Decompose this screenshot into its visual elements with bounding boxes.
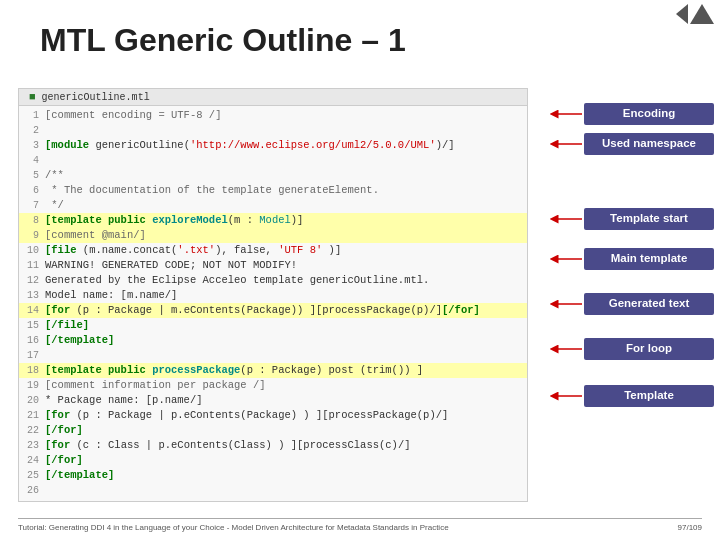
code-line: 7 */	[19, 198, 527, 213]
code-line: 11 WARNING! GENERATED CODE; NOT NOT MODI…	[19, 258, 527, 273]
arrow-template-icon	[548, 388, 584, 404]
arrow-for-loop-icon	[548, 341, 584, 357]
code-line: 10 [file (m.name.concat('.txt'), false, …	[19, 243, 527, 258]
callout-box-namespace: Used namespace	[584, 133, 714, 155]
code-content: 1 [comment encoding = UTF-8 /] 2 3 [modu…	[19, 106, 527, 500]
callout-main-template: Main template	[548, 248, 714, 270]
callout-template-start: Template start	[548, 208, 714, 230]
callout-box-generated-text: Generated text	[584, 293, 714, 315]
code-line: 12 Generated by the Eclipse Acceleo temp…	[19, 273, 527, 288]
callout-box-for-loop: For loop	[584, 338, 714, 360]
triangle-right-icon	[690, 4, 714, 24]
callout-for-loop: For loop	[548, 338, 714, 360]
code-line: 4	[19, 153, 527, 168]
footer: Tutorial: Generating DDI 4 in the Langua…	[18, 518, 702, 532]
code-line: 22 [/for]	[19, 423, 527, 438]
code-line: 25 [/template]	[19, 468, 527, 483]
code-line: 20 * Package name: [p.name/]	[19, 393, 527, 408]
code-tab: ■ genericOutline.mtl	[19, 89, 527, 106]
code-line: 1 [comment encoding = UTF-8 /]	[19, 108, 527, 123]
code-line: 18 [template public processPackage(p : P…	[19, 363, 527, 378]
code-line: 14 [for (p : Package | m.eContents(Packa…	[19, 303, 527, 318]
code-line: 24 [/for]	[19, 453, 527, 468]
code-line: 3 [module genericOutline('http://www.ecl…	[19, 138, 527, 153]
corner-decoration	[676, 4, 714, 24]
callout-box-main-template: Main template	[584, 248, 714, 270]
code-line: 19 [comment information per package /]	[19, 378, 527, 393]
slide: MTL Generic Outline – 1 ■ genericOutline…	[0, 0, 720, 540]
arrow-namespace-icon	[548, 136, 584, 152]
code-line: 26	[19, 483, 527, 498]
callout-box-encoding: Encoding	[584, 103, 714, 125]
arrow-generated-text-icon	[548, 296, 584, 312]
code-line: 16 [/template]	[19, 333, 527, 348]
arrow-encoding-icon	[548, 106, 584, 122]
code-editor: ■ genericOutline.mtl 1 [comment encoding…	[18, 88, 528, 502]
code-line: 9 [comment @main/]	[19, 228, 527, 243]
tab-label: genericOutline.mtl	[42, 92, 150, 103]
callout-box-template: Template	[584, 385, 714, 407]
callout-template: Template	[548, 385, 714, 407]
code-line: 2	[19, 123, 527, 138]
arrow-main-template-icon	[548, 251, 584, 267]
code-line: 15 [/file]	[19, 318, 527, 333]
footer-text: Tutorial: Generating DDI 4 in the Langua…	[18, 523, 449, 532]
code-line: 21 [for (p : Package | p.eContents(Packa…	[19, 408, 527, 423]
callout-generated-text: Generated text	[548, 293, 714, 315]
arrow-template-start-icon	[548, 211, 584, 227]
callout-namespace: Used namespace	[548, 133, 714, 155]
triangle-left-icon	[676, 4, 688, 24]
code-line: 6 * The documentation of the template ge…	[19, 183, 527, 198]
page-title: MTL Generic Outline – 1	[40, 22, 406, 59]
callout-encoding: Encoding	[548, 103, 714, 125]
code-line: 13 Model name: [m.name/]	[19, 288, 527, 303]
file-icon: ■	[29, 91, 36, 103]
footer-page: 97/109	[678, 523, 702, 532]
code-line: 8 [template public exploreModel(m : Mode…	[19, 213, 527, 228]
callout-box-template-start: Template start	[584, 208, 714, 230]
code-line: 5 /**	[19, 168, 527, 183]
code-line: 17	[19, 348, 527, 363]
code-line: 23 [for (c : Class | p.eContents(Class) …	[19, 438, 527, 453]
